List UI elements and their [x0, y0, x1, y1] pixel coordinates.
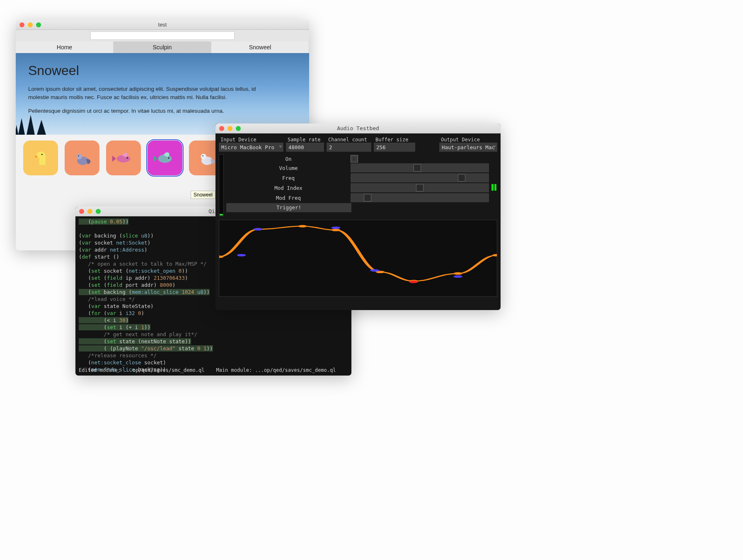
browser-title: test: [16, 22, 309, 28]
svg-point-20: [237, 254, 246, 257]
hero-paragraph-1: Lorem ipsum dolor sit amet, consectetur …: [28, 85, 269, 102]
freq-label: Freq: [226, 175, 351, 181]
svg-point-14: [298, 225, 307, 228]
svg-point-10: [202, 155, 203, 157]
close-icon[interactable]: [219, 126, 224, 131]
tab-sculpin[interactable]: Sculpin: [114, 41, 211, 53]
maximize-icon[interactable]: [96, 209, 101, 214]
controls-panel: On ✓ Volume Freq Mod Index Mod Freq Trig…: [226, 154, 489, 216]
card-tooltip: Snoweel: [191, 191, 215, 199]
audio-window: Audio Testbed Input Device Micro MacBook…: [215, 124, 501, 310]
on-checkbox[interactable]: ✓: [351, 155, 358, 162]
thumbnail-card[interactable]: [148, 141, 182, 175]
maximize-icon[interactable]: [36, 22, 41, 27]
nav-tabs: Home Sculpin Snoweel: [16, 41, 309, 53]
buffer-size-label: Buffer size: [374, 137, 415, 143]
sample-rate-input[interactable]: 48000: [286, 143, 324, 152]
svg-point-23: [370, 269, 379, 272]
status-main: Main module: ...op/qed/saves/smc_demo.ql: [216, 367, 336, 373]
minimize-icon[interactable]: [28, 22, 33, 27]
volume-label: Volume: [226, 165, 351, 171]
svg-point-22: [332, 226, 340, 229]
buffer-size-input[interactable]: 256: [374, 143, 415, 152]
trees-decoration: [16, 106, 72, 135]
output-device-select[interactable]: Haut-parleurs Mac: [439, 143, 497, 152]
chevron-down-icon: [279, 145, 282, 148]
modfreq-slider[interactable]: [351, 193, 489, 202]
modindex-slider[interactable]: [351, 183, 489, 192]
svg-point-18: [453, 272, 462, 275]
tab-home[interactable]: Home: [16, 41, 114, 53]
sample-rate-label: Sample rate: [286, 137, 324, 143]
url-bar: [16, 30, 309, 41]
thumbnail-card[interactable]: [65, 141, 99, 175]
output-device-label: Output Device: [439, 137, 497, 143]
output-meter: [491, 154, 497, 216]
audio-title: Audio Testbed: [215, 125, 501, 131]
svg-point-5: [126, 157, 128, 159]
audio-titlebar[interactable]: Audio Testbed: [215, 124, 501, 133]
tab-snoweel[interactable]: Snoweel: [211, 41, 309, 53]
input-device-select[interactable]: Micro MacBook Pro: [219, 143, 283, 152]
modfreq-label: Mod Freq: [226, 195, 351, 201]
modindex-label: Mod Index: [226, 185, 351, 191]
channel-count-label: Channel count: [327, 137, 371, 143]
hero-heading: Snoweel: [28, 63, 297, 78]
svg-point-3: [78, 155, 79, 157]
svg-point-15: [332, 229, 340, 231]
channel-count-input[interactable]: 2: [327, 143, 371, 152]
input-device-label: Input Device: [219, 137, 283, 143]
thumbnail-card[interactable]: [106, 141, 141, 175]
svg-point-25: [453, 275, 462, 278]
minimize-icon[interactable]: [87, 209, 92, 214]
trigger-button[interactable]: Trigger!: [226, 203, 351, 212]
hero-section: Snoweel Lorem ipsum dolor sit amet, cons…: [16, 53, 309, 135]
freq-slider[interactable]: [351, 173, 489, 182]
svg-point-7: [168, 157, 169, 159]
device-row: Input Device Micro MacBook Pro Sample ra…: [219, 137, 497, 152]
maximize-icon[interactable]: [236, 126, 241, 131]
chevron-down-icon: [493, 145, 496, 148]
minimize-icon[interactable]: [227, 126, 232, 131]
on-label: On: [226, 156, 351, 162]
svg-point-2: [77, 154, 82, 160]
svg-point-6: [158, 155, 172, 163]
thumbnail-card[interactable]: [23, 141, 58, 175]
svg-point-9: [201, 154, 207, 160]
curve-editor[interactable]: [219, 220, 497, 297]
close-icon[interactable]: [79, 209, 84, 214]
input-meter: [219, 154, 224, 216]
status-edited: Edited module: ...op/qed/saves/smc_demo.…: [79, 367, 204, 373]
status-bar: Edited module: ...op/qed/saves/smc_demo.…: [79, 367, 348, 373]
svg-point-21: [254, 228, 262, 230]
browser-titlebar[interactable]: test: [16, 20, 309, 30]
close-icon[interactable]: [19, 22, 24, 27]
url-input[interactable]: [90, 32, 235, 40]
volume-slider[interactable]: [351, 163, 489, 172]
svg-point-0: [41, 154, 43, 155]
svg-point-24: [409, 281, 418, 283]
